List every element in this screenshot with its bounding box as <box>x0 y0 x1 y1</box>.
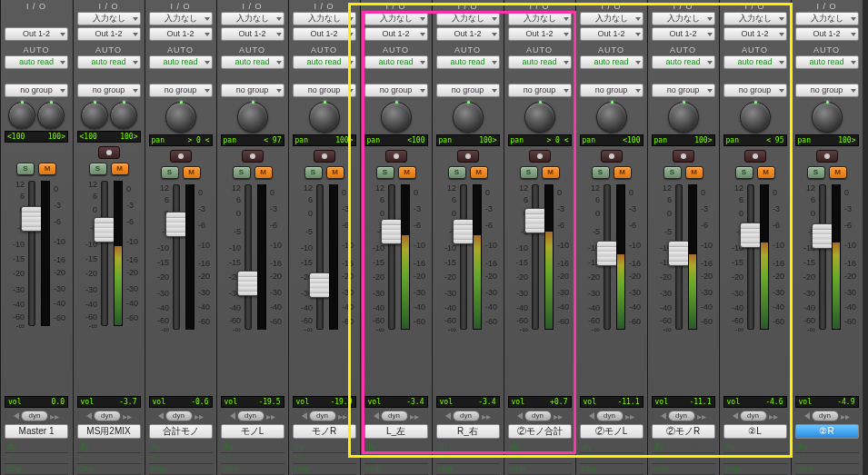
output-select[interactable]: Out 1-2 <box>293 27 356 41</box>
pan-knob[interactable] <box>740 102 771 133</box>
next-icon[interactable]: ▸▸ <box>625 411 634 421</box>
output-select[interactable]: Out 1-2 <box>5 27 68 41</box>
group-select[interactable]: no group <box>364 84 428 97</box>
fader-track[interactable] <box>747 184 754 330</box>
input-select[interactable]: 入力なし <box>293 12 356 25</box>
fader-cap[interactable] <box>596 241 618 266</box>
automation-mode-select[interactable]: auto read <box>364 55 428 69</box>
prev-icon[interactable] <box>661 412 666 420</box>
input-select[interactable]: 入力なし <box>77 12 141 25</box>
fader-cap[interactable] <box>668 241 690 266</box>
record-enable-button[interactable] <box>98 146 120 159</box>
pan-readout[interactable]: pan<100 <box>364 134 428 146</box>
volume-readout[interactable]: vol-11.1 <box>652 396 715 408</box>
dyn-button[interactable]: dyn <box>453 411 480 421</box>
dyn-button[interactable]: dyn <box>165 411 193 421</box>
record-enable-button[interactable] <box>744 150 766 163</box>
insert-slots[interactable]: dly+/-cmp <box>795 442 859 475</box>
pan-knob[interactable] <box>237 102 268 133</box>
fader-track[interactable] <box>101 181 108 326</box>
input-select[interactable]: 入力なし <box>795 12 859 25</box>
track-name[interactable]: モノL <box>221 424 284 439</box>
solo-button[interactable]: S <box>161 166 179 179</box>
dyn-button[interactable]: dyn <box>812 411 839 421</box>
volume-readout[interactable]: vol0.0 <box>5 396 68 408</box>
insert-slots[interactable]: dly+/-cmp <box>436 442 500 475</box>
track-name[interactable]: R_右 <box>436 424 500 439</box>
pan-readout[interactable]: <100100> <box>77 131 141 143</box>
pan-knob[interactable] <box>453 102 484 133</box>
prev-icon[interactable] <box>86 412 92 420</box>
insert-slots[interactable]: dly+/-cmp <box>580 442 644 475</box>
dyn-button[interactable]: dyn <box>237 411 264 421</box>
output-select[interactable]: Out 1-2 <box>436 27 500 41</box>
dyn-button[interactable]: dyn <box>524 411 552 421</box>
solo-button[interactable]: S <box>592 166 610 179</box>
input-select[interactable]: 入力なし <box>652 12 715 25</box>
group-select[interactable]: no group <box>77 84 141 97</box>
track-name[interactable]: 合計モノ <box>149 424 213 439</box>
next-icon[interactable]: ▸▸ <box>769 411 778 421</box>
dyn-button[interactable]: dyn <box>309 411 336 421</box>
next-icon[interactable]: ▸▸ <box>697 411 706 421</box>
mute-button[interactable]: M <box>183 166 201 179</box>
dyn-button[interactable]: dyn <box>21 411 48 421</box>
pan-readout[interactable]: pan<100 <box>580 134 644 146</box>
group-select[interactable]: no group <box>652 84 715 97</box>
track-name[interactable]: ②モノR <box>652 424 715 439</box>
prev-icon[interactable] <box>374 412 379 420</box>
fader-cap[interactable] <box>812 223 833 249</box>
output-select[interactable]: Out 1-2 <box>652 27 715 41</box>
solo-button[interactable]: S <box>735 166 753 179</box>
dyn-button[interactable]: dyn <box>596 411 624 421</box>
volume-readout[interactable]: vol+0.7 <box>508 396 572 408</box>
next-icon[interactable]: ▸▸ <box>554 411 563 421</box>
output-select[interactable]: Out 1-2 <box>580 27 644 41</box>
input-select[interactable]: 入力なし <box>364 12 428 25</box>
solo-button[interactable]: S <box>89 163 107 175</box>
fader-track[interactable] <box>819 184 826 330</box>
group-select[interactable]: no group <box>795 84 859 97</box>
fader-cap[interactable] <box>237 271 259 296</box>
solo-button[interactable]: S <box>448 166 466 179</box>
output-select[interactable]: Out 1-2 <box>723 27 787 41</box>
pan-knob[interactable] <box>596 102 627 133</box>
volume-readout[interactable]: vol-3.4 <box>364 396 428 408</box>
fader-track[interactable] <box>460 184 467 330</box>
prev-icon[interactable] <box>14 412 19 420</box>
pan-readout[interactable]: pan> 0 < <box>508 134 572 146</box>
insert-slots[interactable]: dly+/-cmp <box>221 442 284 475</box>
solo-button[interactable]: S <box>16 163 35 175</box>
next-icon[interactable]: ▸▸ <box>123 411 132 421</box>
next-icon[interactable]: ▸▸ <box>841 411 850 421</box>
input-select[interactable]: 入力なし <box>221 12 284 25</box>
solo-button[interactable]: S <box>520 166 538 179</box>
fader-cap[interactable] <box>524 208 546 233</box>
fader-cap[interactable] <box>453 219 474 244</box>
pan-readout[interactable]: pan100> <box>652 134 715 146</box>
volume-readout[interactable]: vol-19.5 <box>221 396 284 408</box>
output-select[interactable]: Out 1-2 <box>508 27 572 41</box>
pan-knob-right[interactable] <box>37 102 65 129</box>
automation-mode-select[interactable]: auto read <box>77 55 141 69</box>
automation-mode-select[interactable]: auto read <box>293 55 356 69</box>
automation-mode-select[interactable]: auto read <box>795 55 859 69</box>
group-select[interactable]: no group <box>293 84 356 97</box>
dyn-button[interactable]: dyn <box>740 411 767 421</box>
pan-readout[interactable]: pan< 95 <box>723 134 787 146</box>
pan-knob[interactable] <box>309 102 340 133</box>
pan-knob[interactable] <box>381 102 412 133</box>
track-name[interactable]: L_左 <box>364 424 428 439</box>
pan-knob[interactable] <box>812 102 843 133</box>
volume-readout[interactable]: vol-19.9 <box>293 396 356 408</box>
track-name[interactable]: ②モノ合計 <box>508 424 572 439</box>
fader-track[interactable] <box>316 184 324 330</box>
track-name[interactable]: ②L <box>723 424 787 439</box>
prev-icon[interactable] <box>445 412 451 420</box>
dyn-button[interactable]: dyn <box>94 411 121 421</box>
solo-button[interactable]: S <box>304 166 323 179</box>
volume-readout[interactable]: vol-3.7 <box>77 396 141 408</box>
prev-icon[interactable] <box>158 412 164 420</box>
dyn-button[interactable]: dyn <box>668 411 695 421</box>
next-icon[interactable]: ▸▸ <box>195 411 204 421</box>
